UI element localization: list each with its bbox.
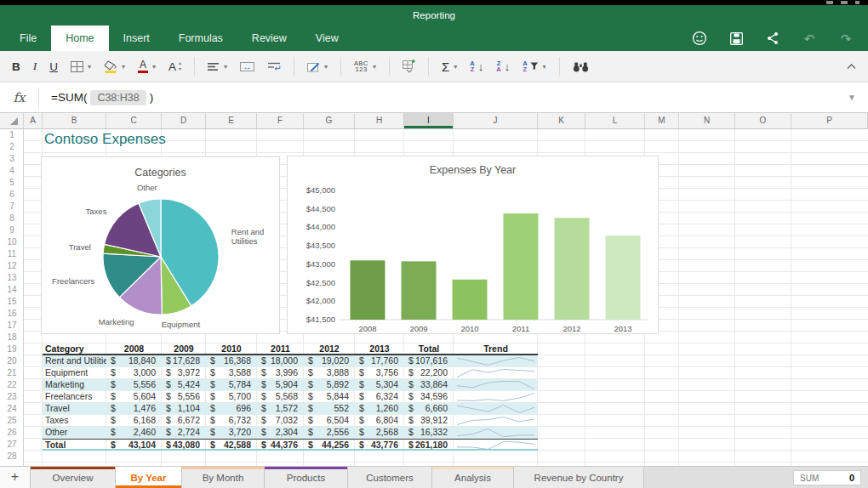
- column-header-N[interactable]: N: [679, 113, 735, 128]
- cell[interactable]: $17,628: [162, 355, 206, 367]
- sort-descending-button[interactable]: ZA↓: [496, 60, 510, 73]
- row-header-3[interactable]: 3: [0, 153, 24, 165]
- cell[interactable]: $5,892: [304, 379, 355, 391]
- cell[interactable]: [454, 355, 538, 367]
- font-color-button[interactable]: A▾: [138, 60, 156, 73]
- number-format-button[interactable]: ABC123▾: [354, 60, 376, 73]
- merge-cells-button[interactable]: ↔: [240, 61, 254, 72]
- table-row[interactable]: Rent and Utilities$18,840$17,628$16,368$…: [43, 355, 538, 367]
- cell[interactable]: $44,376: [257, 440, 304, 451]
- cell[interactable]: $43,104: [106, 440, 162, 451]
- sheet-tab-revenue-by-country[interactable]: Revenue by Country: [514, 467, 644, 488]
- cell[interactable]: $6,804: [355, 415, 404, 427]
- cell[interactable]: $6,672: [162, 415, 206, 427]
- sheet-grid[interactable]: 1234567891011121314151617181920212223242…: [0, 113, 868, 466]
- cell[interactable]: $18,840: [106, 355, 162, 367]
- column-header-C[interactable]: C: [106, 113, 162, 128]
- sheet-tab-customers[interactable]: Customers: [348, 467, 432, 488]
- sheet-tab-overview[interactable]: Overview: [31, 467, 116, 488]
- cell[interactable]: $1,476: [106, 403, 162, 415]
- row-header-21[interactable]: 21: [0, 367, 24, 379]
- cell[interactable]: $1,104: [162, 403, 206, 415]
- cell[interactable]: $5,700: [206, 391, 257, 403]
- cell[interactable]: [454, 427, 538, 439]
- cell[interactable]: $3,588: [206, 367, 257, 379]
- cell[interactable]: $3,972: [162, 367, 206, 379]
- table-header[interactable]: Total: [404, 343, 454, 355]
- ribbon-tab-formulas[interactable]: Formulas: [164, 26, 237, 51]
- cell[interactable]: $696: [206, 403, 257, 415]
- table-row[interactable]: Marketing$5,556$5,424$5,784$5,904$5,892$…: [43, 379, 538, 391]
- row-header-12[interactable]: 12: [0, 260, 24, 272]
- select-all-corner[interactable]: [0, 113, 24, 128]
- cell[interactable]: $3,996: [257, 367, 304, 379]
- column-header-A[interactable]: A: [24, 113, 43, 128]
- category-cell[interactable]: Marketing: [43, 379, 106, 391]
- column-header-H[interactable]: H: [355, 113, 404, 128]
- cell[interactable]: $7,032: [257, 415, 304, 427]
- cell[interactable]: $2,460: [106, 427, 162, 439]
- row-header-19[interactable]: 19: [0, 343, 24, 355]
- borders-button[interactable]: ▾: [71, 61, 91, 72]
- cell[interactable]: $3,720: [206, 427, 257, 439]
- category-cell[interactable]: Equipment: [43, 367, 106, 379]
- table-header[interactable]: 2010: [206, 343, 257, 355]
- autosum-button[interactable]: Σ▾: [442, 60, 457, 74]
- cell[interactable]: $17,760: [355, 355, 404, 367]
- font-size-button[interactable]: A▴▾: [168, 60, 181, 73]
- cell[interactable]: $5,556: [162, 391, 206, 403]
- cell-style-button[interactable]: ▾: [307, 61, 328, 72]
- row-header-11[interactable]: 11: [0, 248, 24, 260]
- cell[interactable]: $22,200: [404, 367, 454, 379]
- table-row[interactable]: Equipment$3,000$3,972$3,588$3,996$3,888$…: [43, 367, 538, 379]
- table-row[interactable]: Taxes$6,168$6,672$6,732$7,032$6,504$6,80…: [43, 415, 538, 427]
- row-header-23[interactable]: 23: [0, 391, 24, 403]
- cell[interactable]: $2,568: [355, 427, 404, 439]
- row-header-26[interactable]: 26: [0, 427, 24, 439]
- cell[interactable]: $39,912: [404, 415, 454, 427]
- save-button[interactable]: [728, 31, 745, 46]
- column-header-F[interactable]: F: [257, 113, 304, 128]
- cell[interactable]: $16,332: [404, 427, 454, 439]
- formula-range-chip[interactable]: C38:H38: [90, 90, 146, 105]
- row-header-10[interactable]: 10: [0, 236, 24, 248]
- column-header-M[interactable]: M: [645, 113, 679, 128]
- cell[interactable]: $3,000: [106, 367, 162, 379]
- row-header-25[interactable]: 25: [0, 415, 24, 427]
- category-cell[interactable]: Taxes: [43, 415, 106, 427]
- cell[interactable]: $2,304: [257, 427, 304, 439]
- column-header-B[interactable]: B: [43, 113, 106, 128]
- row-header-9[interactable]: 9: [0, 224, 24, 236]
- row-header-1[interactable]: 1: [0, 129, 24, 141]
- category-cell[interactable]: Other: [43, 427, 106, 439]
- table-row[interactable]: Category200820092010201120122013TotalTre…: [43, 343, 538, 355]
- row-header-2[interactable]: 2: [0, 141, 24, 153]
- column-header-G[interactable]: G: [304, 113, 355, 128]
- category-cell[interactable]: Travel: [43, 403, 106, 415]
- fx-icon[interactable]: fx: [0, 88, 39, 108]
- row-header-17[interactable]: 17: [0, 320, 24, 332]
- table-row[interactable]: Other$2,460$2,724$3,720$2,304$2,556$2,56…: [43, 427, 538, 439]
- sheet-tab-analysis[interactable]: Analysis: [432, 467, 514, 488]
- cell[interactable]: [454, 440, 538, 451]
- feedback-button[interactable]: [691, 31, 708, 46]
- cell[interactable]: $34,596: [404, 391, 454, 403]
- sheet-tab-by-year[interactable]: By Year: [116, 467, 182, 488]
- row-header-28[interactable]: 28: [0, 451, 24, 462]
- column-header-L[interactable]: L: [585, 113, 645, 128]
- cell[interactable]: [454, 403, 538, 415]
- find-button[interactable]: [573, 61, 589, 72]
- column-header-I[interactable]: I: [404, 113, 454, 128]
- cell[interactable]: $6,732: [206, 415, 257, 427]
- cell[interactable]: [454, 379, 538, 391]
- sort-ascending-button[interactable]: AZ↓: [470, 60, 483, 73]
- share-button[interactable]: [764, 31, 781, 46]
- table-header[interactable]: 2013: [355, 343, 404, 355]
- cell[interactable]: $6,168: [106, 415, 162, 427]
- table-row[interactable]: Freelancers$5,604$5,556$5,700$5,568$5,84…: [43, 391, 538, 403]
- sheet-tab-by-month[interactable]: By Month: [182, 467, 265, 488]
- underline-button[interactable]: U: [49, 60, 58, 73]
- insert-cells-button[interactable]: [403, 60, 415, 73]
- cell[interactable]: $43,776: [355, 440, 404, 451]
- formula-input[interactable]: =SUM( C38:H38 ): [51, 90, 153, 105]
